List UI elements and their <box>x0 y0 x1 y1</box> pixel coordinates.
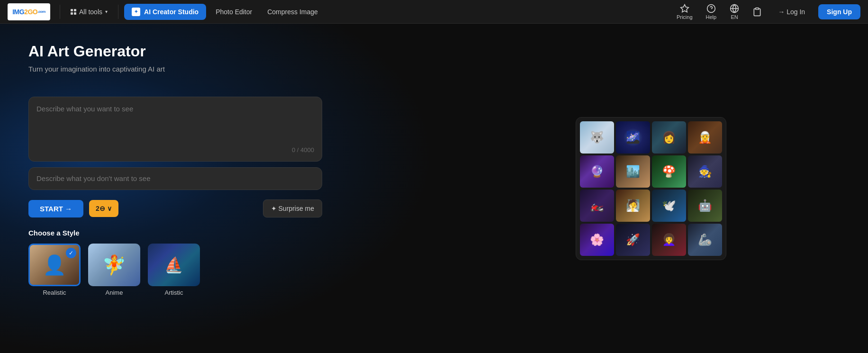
grid-cell-11: 🕊️ <box>652 190 686 222</box>
clipboard-icon <box>752 7 762 17</box>
start-button[interactable]: START → <box>28 200 83 217</box>
help-icon <box>706 4 716 13</box>
grid-cell-6: 🏙️ <box>616 155 650 188</box>
style-item-realistic[interactable]: ✓ Realistic <box>28 244 81 296</box>
language-button[interactable]: EN <box>727 3 742 21</box>
left-panel: AI Art Generator Turn your imagination i… <box>0 24 434 353</box>
actions-row: START → 2⊖ ∨ ✦ Surprise me <box>28 199 322 217</box>
negative-prompt-container <box>28 167 322 190</box>
login-arrow-icon: → <box>778 8 785 16</box>
grid-cell-1: 🐺 <box>580 121 614 154</box>
grid-cell-2: 🌌 <box>616 121 650 154</box>
grid-cell-7: 🍄 <box>652 155 686 188</box>
negative-prompt-input[interactable] <box>36 174 314 182</box>
logo: IMG2GO .com <box>8 3 50 20</box>
grid-icon <box>71 9 76 15</box>
grid-cell-10: 🧖 <box>616 190 650 222</box>
style-thumb-anime <box>88 244 140 286</box>
prompt-input[interactable] <box>36 105 314 143</box>
logo-image: IMG2GO .com <box>8 3 50 20</box>
grid-cell-4: 🧝 <box>688 121 722 154</box>
style-thumb-artistic <box>148 244 200 286</box>
style-label-artistic: Artistic <box>165 289 183 296</box>
main-content: AI Art Generator Turn your imagination i… <box>0 24 868 353</box>
photo-editor-nav[interactable]: Photo Editor <box>210 5 258 18</box>
svg-rect-4 <box>756 8 759 9</box>
style-item-artistic[interactable]: Artistic <box>148 244 200 296</box>
clipboard-button[interactable] <box>750 6 765 18</box>
chevron-down-icon: ▾ <box>105 9 108 14</box>
style-label-anime: Anime <box>106 289 123 296</box>
grid-cell-5: 🔮 <box>580 155 614 188</box>
grid-cell-16: 🦾 <box>688 224 722 256</box>
page-title: AI Art Generator <box>28 43 146 60</box>
all-tools-button[interactable]: All tools ▾ <box>66 5 112 18</box>
quantity-button[interactable]: 2⊖ ∨ <box>89 200 118 217</box>
prompt-container: 0 / 4000 <box>28 97 322 162</box>
grid-cell-3: 👩 <box>652 121 686 154</box>
header-divider <box>60 5 60 19</box>
grid-cell-14: 🚀 <box>616 224 650 256</box>
header-divider2 <box>118 5 118 19</box>
login-button[interactable]: → Log In <box>772 5 811 18</box>
compress-image-nav[interactable]: Compress Image <box>262 5 324 18</box>
header: IMG2GO .com All tools ▾ ✦ AI Creator Stu… <box>0 0 868 24</box>
pricing-icon <box>680 4 689 13</box>
right-panel: 🐺 🌌 👩 🧝 🔮 🏙️ 🍄 🧙 🏍️ 🧖 🕊️ 🤖 🌸 🚀 👩‍🦱 🦾 <box>434 24 868 353</box>
ai-creator-label: AI Creator Studio <box>144 8 199 16</box>
ai-creator-icon: ✦ <box>132 8 140 16</box>
grid-cell-12: 🤖 <box>688 190 722 222</box>
all-tools-label: All tools <box>79 8 102 16</box>
style-item-anime[interactable]: Anime <box>88 244 140 296</box>
grid-cell-9: 🏍️ <box>580 190 614 222</box>
globe-icon <box>730 4 739 13</box>
grid-cell-15: 👩‍🦱 <box>652 224 686 256</box>
grid-cell-13: 🌸 <box>580 224 614 256</box>
surprise-button[interactable]: ✦ Surprise me <box>263 199 322 217</box>
style-options: ✓ Realistic Anime Artistic <box>28 244 200 296</box>
style-thumb-realistic: ✓ <box>28 244 81 286</box>
ai-creator-button[interactable]: ✦ AI Creator Studio <box>124 4 206 20</box>
image-grid: 🐺 🌌 👩 🧝 🔮 🏙️ 🍄 🧙 🏍️ 🧖 🕊️ 🤖 🌸 🚀 👩‍🦱 🦾 <box>576 117 726 260</box>
style-label-realistic: Realistic <box>43 289 66 296</box>
help-button[interactable]: Help <box>703 3 720 21</box>
char-count: 0 / 4000 <box>36 146 314 154</box>
header-right: Pricing Help EN → <box>674 3 860 21</box>
signup-button[interactable]: Sign Up <box>818 4 860 19</box>
grid-cell-8: 🧙 <box>688 155 722 188</box>
page-subtitle: Turn your imagination into captivating A… <box>28 65 165 73</box>
pricing-button[interactable]: Pricing <box>674 3 696 21</box>
style-check-realistic: ✓ <box>66 248 76 258</box>
choose-style-label: Choose a Style <box>28 229 80 237</box>
